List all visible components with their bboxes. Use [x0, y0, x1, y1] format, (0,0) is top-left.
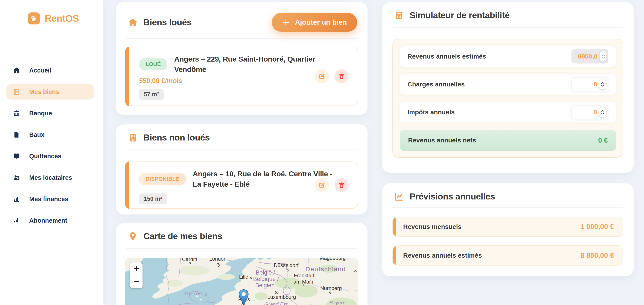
calculator-icon: [394, 10, 404, 20]
sidebar-item-mes-biens[interactable]: Mes biens: [6, 84, 94, 99]
map-label-city: Frankfurt: [294, 273, 314, 279]
profitability-simulator-card: Simulateur de rentabilité Revenus annuel…: [382, 2, 634, 173]
annual-taxes-input[interactable]: 0: [572, 105, 608, 119]
book-icon: [13, 152, 20, 160]
map-label-city: London: [209, 258, 226, 262]
window-icon: [13, 88, 20, 95]
simulator-row-impots: Impôts annuels 0: [400, 102, 616, 122]
edit-icon: [318, 182, 325, 189]
map-label-city: Cardiff: [182, 258, 197, 262]
tenants-icon: [13, 174, 20, 181]
map-label-city: am Main: [294, 279, 313, 285]
property-area-chip: 57 m²: [139, 89, 164, 100]
chevron-up-icon: [601, 82, 604, 84]
divider: [126, 248, 357, 249]
field-label: Charges annuelles: [408, 81, 465, 88]
home-icon: [13, 67, 20, 74]
sidebar-item-label: Baux: [29, 131, 44, 138]
map-label-region: Bayern: [329, 300, 346, 305]
map-viewport[interactable]: Cardiff London Magdeburg Düsseldorf Dres…: [125, 258, 358, 305]
edit-property-button[interactable]: [315, 178, 329, 192]
input-value: 0: [594, 108, 597, 116]
sidebar-item-mes-finances[interactable]: Mes finances: [6, 191, 94, 207]
sidebar-item-quittances[interactable]: Quittances: [6, 148, 94, 164]
plus-icon: [282, 18, 290, 26]
property-row-rented: LOUÉ Angers – 229, Rue Saint-Honoré, Qua…: [125, 47, 358, 106]
chevron-down-icon: [601, 85, 604, 87]
forecast-value: 1 000,00 €: [580, 223, 614, 231]
building-icon: [128, 133, 138, 143]
divider: [126, 149, 357, 150]
sidebar-item-abonnement[interactable]: Abonnement: [6, 213, 94, 228]
map-label-city: Düsseldorf: [274, 262, 298, 268]
app-name: RentOS: [45, 13, 79, 24]
sidebar-item-accueil[interactable]: Accueil: [6, 63, 94, 78]
bank-icon: [13, 110, 20, 117]
add-property-button[interactable]: Ajouter un bien: [272, 13, 357, 32]
delete-property-button[interactable]: [334, 69, 348, 83]
bar-chart-icon: [13, 195, 20, 203]
map-card: Carte de mes biens: [116, 223, 368, 305]
simulator-row-charges: Charges annuelles 0: [400, 74, 616, 95]
card-title: Biens non loués: [144, 133, 210, 143]
number-stepper[interactable]: [599, 107, 606, 118]
property-row-vacant: DISPONIBLE Angers – 10, Rue de la Roë, C…: [125, 162, 358, 209]
map-label-city: Lille: [239, 274, 248, 280]
chevron-down-icon: [601, 113, 604, 115]
map-label-city: Nürnberg: [320, 285, 342, 291]
sidebar-item-label: Mes biens: [29, 88, 59, 95]
document-icon: [13, 131, 20, 138]
sidebar-item-banque[interactable]: Banque: [6, 105, 94, 121]
map-label-city: Magdeburg: [320, 258, 346, 261]
line-chart-icon: [394, 192, 404, 202]
annual-revenue-input[interactable]: 8850,0: [572, 49, 608, 63]
sidebar-item-label: Abonnement: [29, 217, 67, 224]
bar-chart-icon: [13, 217, 20, 224]
sidebar-item-label: Mes locataires: [29, 174, 72, 181]
map-label-region: Grand Est: [264, 301, 288, 305]
sidebar-item-baux[interactable]: Baux: [6, 127, 94, 142]
property-title: Angers – 229, Rue Saint-Honoré, Quartier…: [174, 54, 322, 74]
edit-property-button[interactable]: [315, 69, 329, 83]
card-title: Biens loués: [144, 17, 192, 27]
input-value: 0: [594, 81, 597, 88]
input-value: 8850,0: [578, 53, 598, 60]
chevron-up-icon: [602, 54, 605, 56]
key-icon: [28, 12, 40, 24]
card-title: Carte de mes biens: [144, 231, 222, 241]
sidebar-item-mes-locataires[interactable]: Mes locataires: [6, 170, 94, 185]
forecast-label: Revenus annuels estimés: [403, 252, 482, 259]
map-label-city: Luxembourg: [267, 294, 296, 300]
map-zoom-control: + −: [130, 262, 143, 289]
annual-charges-input[interactable]: 0: [572, 77, 608, 91]
house-icon: [128, 17, 138, 27]
divider: [392, 27, 624, 28]
sidebar: RentOS Accueil Mes biens Banque Baux Qui…: [0, 0, 103, 305]
card-title: Prévisions annuelles: [410, 192, 495, 202]
number-stepper[interactable]: [599, 79, 606, 90]
chevron-up-icon: [601, 110, 604, 112]
property-area-chip: 150 m²: [139, 194, 167, 204]
field-label: Revenus annuels estimés: [408, 53, 486, 60]
net-revenue-label: Revenus annuels nets: [408, 137, 476, 144]
field-label: Impôts annuels: [408, 108, 455, 116]
zoom-out-button[interactable]: −: [130, 275, 142, 288]
map-label-country: Belgien: [255, 282, 274, 289]
map-label-country: België /: [256, 269, 275, 276]
sidebar-item-label: Accueil: [29, 67, 51, 74]
annual-forecast-card: Prévisions annuelles Revenus mensuels 1 …: [382, 183, 634, 276]
simulator-row-revenus: Revenus annuels estimés 8850,0: [400, 46, 616, 67]
map-label-country: Belgique /: [253, 276, 279, 282]
app-logo: RentOS: [28, 12, 79, 24]
number-stepper[interactable]: [599, 51, 607, 62]
delete-property-button[interactable]: [334, 178, 348, 192]
edit-icon: [318, 73, 325, 80]
status-badge: DISPONIBLE: [139, 173, 186, 185]
net-revenue-row: Revenus annuels nets 0 €: [400, 130, 616, 151]
zoom-in-button[interactable]: +: [130, 262, 142, 275]
divider: [392, 207, 624, 208]
map-pin-icon: [128, 231, 138, 241]
forecast-row-annual: Revenus annuels estimés 8 850,00 €: [392, 245, 624, 266]
divider: [126, 38, 357, 39]
map-canvas: Cardiff London Magdeburg Düsseldorf Dres…: [125, 258, 358, 305]
